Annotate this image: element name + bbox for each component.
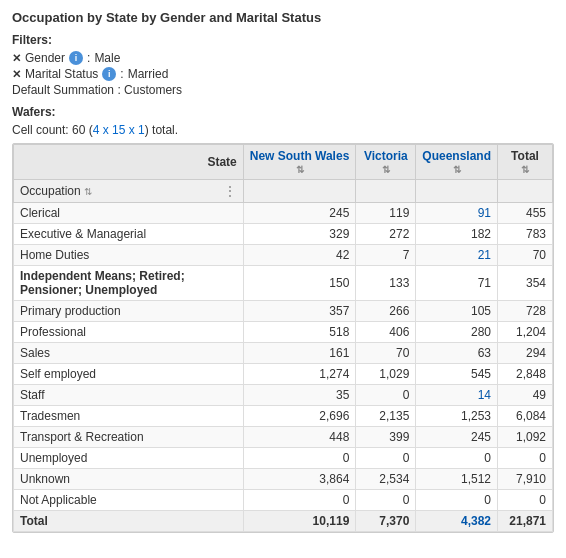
col-header-qld[interactable]: Queensland ⇅ (416, 145, 498, 180)
filter-marital-key: Marital Status (25, 67, 98, 81)
occupation-header-nsw (243, 180, 356, 203)
col-vic-name: Victoria (364, 149, 408, 163)
table-header-row: State New South Wales ⇅ Victoria ⇅ (14, 145, 553, 180)
occupation-header-row: Occupation ⇅ ⋮ (14, 180, 553, 203)
table-row: Transport & Recreation4483992451,092 (14, 427, 553, 448)
filters-section: Filters: ✕ Gender i : Male ✕ Marital Sta… (12, 33, 554, 97)
cell-value: 42 (243, 245, 356, 266)
cell-value: 1,253 (416, 406, 498, 427)
cell-value: 1,204 (498, 322, 553, 343)
cell-value: 49 (498, 385, 553, 406)
cell-value: 266 (356, 301, 416, 322)
col-qld-name: Queensland (422, 149, 491, 163)
total-cell: 7,370 (356, 511, 416, 532)
cell-count: Cell count: 60 (4 x 15 x 1) total. (12, 123, 554, 137)
cell-value: 0 (356, 490, 416, 511)
cell-value: 70 (356, 343, 416, 364)
cell-value: 294 (498, 343, 553, 364)
cell-value: 280 (416, 322, 498, 343)
occupation-label-text: Occupation (20, 184, 81, 198)
col-qld-sort[interactable]: ⇅ (453, 164, 461, 175)
cell-value: 1,029 (356, 364, 416, 385)
cell-value: 133 (356, 266, 416, 301)
total-row: Total10,1197,3704,38221,871 (14, 511, 553, 532)
filters-label: Filters: (12, 33, 554, 47)
cell-value: 14 (416, 385, 498, 406)
cell-value: 1,512 (416, 469, 498, 490)
cell-value: 150 (243, 266, 356, 301)
cell-value: 2,696 (243, 406, 356, 427)
wafers-section: Wafers: Cell count: 60 (4 x 15 x 1) tota… (12, 105, 554, 137)
filter-marital-x[interactable]: ✕ (12, 68, 21, 81)
table-row: Professional5184062801,204 (14, 322, 553, 343)
cell-value: 518 (243, 322, 356, 343)
row-label: Sales (14, 343, 244, 364)
filter-gender-icon[interactable]: i (69, 51, 83, 65)
col-total-sort[interactable]: ⇅ (521, 164, 529, 175)
row-label: Self employed (14, 364, 244, 385)
col-header-nsw[interactable]: New South Wales ⇅ (243, 145, 356, 180)
cell-value: 0 (498, 448, 553, 469)
col-nsw-name: New South Wales (250, 149, 350, 163)
row-label: Home Duties (14, 245, 244, 266)
cell-value: 455 (498, 203, 553, 224)
cell-value: 70 (498, 245, 553, 266)
cell-value: 7,910 (498, 469, 553, 490)
row-label: Not Applicable (14, 490, 244, 511)
cell-value: 119 (356, 203, 416, 224)
cell-count-link[interactable]: 4 x 15 x 1 (93, 123, 145, 137)
occupation-header-qld (416, 180, 498, 203)
cell-value: 0 (498, 490, 553, 511)
cell-value: 354 (498, 266, 553, 301)
row-label: Clerical (14, 203, 244, 224)
occupation-sort-icon[interactable]: ⇅ (84, 186, 92, 197)
row-label: Professional (14, 322, 244, 343)
occupation-menu-icon[interactable]: ⋮ (223, 183, 237, 199)
cell-value: 0 (356, 385, 416, 406)
cell-value: 783 (498, 224, 553, 245)
row-label: Transport & Recreation (14, 427, 244, 448)
total-cell: 4,382 (416, 511, 498, 532)
row-label: Primary production (14, 301, 244, 322)
cell-value: 329 (243, 224, 356, 245)
col-header-vic[interactable]: Victoria ⇅ (356, 145, 416, 180)
table-row: Staff3501449 (14, 385, 553, 406)
filter-marital-icon[interactable]: i (102, 67, 116, 81)
occupation-header-total (498, 180, 553, 203)
cell-value: 182 (416, 224, 498, 245)
col-total-name: Total (511, 149, 539, 163)
total-label: Total (14, 511, 244, 532)
cell-value: 0 (416, 490, 498, 511)
row-label: Unknown (14, 469, 244, 490)
table-wrapper: State New South Wales ⇅ Victoria ⇅ (12, 143, 554, 533)
cell-value: 7 (356, 245, 416, 266)
col-header-total[interactable]: Total ⇅ (498, 145, 553, 180)
cell-value: 0 (243, 490, 356, 511)
table-row: Sales1617063294 (14, 343, 553, 364)
cell-value: 545 (416, 364, 498, 385)
table-row: Executive & Managerial329272182783 (14, 224, 553, 245)
row-label: Tradesmen (14, 406, 244, 427)
row-label: Independent Means; Retired; Pensioner; U… (14, 266, 244, 301)
table-row: Not Applicable0000 (14, 490, 553, 511)
row-label: Executive & Managerial (14, 224, 244, 245)
filter-marital-colon: : (120, 67, 123, 81)
cell-value: 71 (416, 266, 498, 301)
col-vic-sort[interactable]: ⇅ (382, 164, 390, 175)
occupation-header-vic (356, 180, 416, 203)
row-label: Unemployed (14, 448, 244, 469)
cell-value: 0 (416, 448, 498, 469)
filter-gender-x[interactable]: ✕ (12, 52, 21, 65)
filter-gender-colon: : (87, 51, 90, 65)
cell-value: 161 (243, 343, 356, 364)
default-summation: Default Summation : Customers (12, 83, 554, 97)
col-nsw-sort[interactable]: ⇅ (296, 164, 304, 175)
filter-gender-key: Gender (25, 51, 65, 65)
filter-marital-value: Married (128, 67, 169, 81)
cell-value: 399 (356, 427, 416, 448)
table-row: Clerical24511991455 (14, 203, 553, 224)
occupation-header-cell: Occupation ⇅ ⋮ (14, 180, 244, 203)
table-row: Tradesmen2,6962,1351,2536,084 (14, 406, 553, 427)
cell-value: 91 (416, 203, 498, 224)
table-row: Independent Means; Retired; Pensioner; U… (14, 266, 553, 301)
